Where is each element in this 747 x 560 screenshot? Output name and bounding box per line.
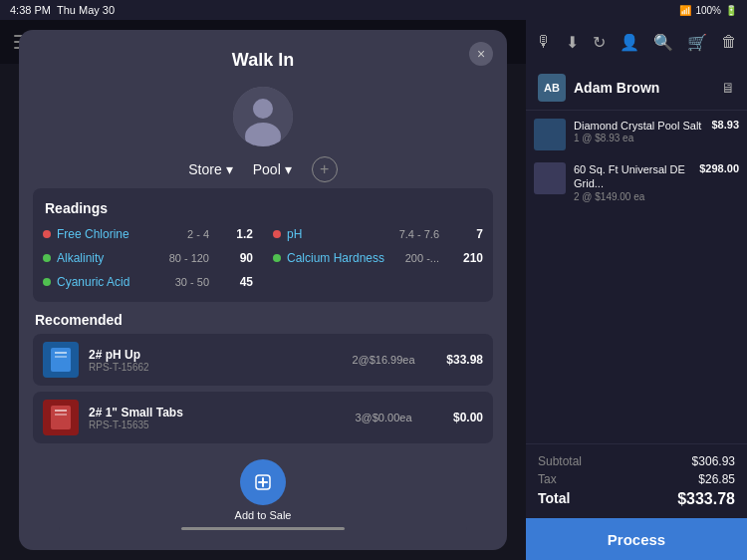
product-info-1: 2# pH Up RPS-T-15662	[89, 348, 334, 373]
reading-range-free-chlorine: 2 - 4	[187, 228, 209, 240]
status-right: 📶 100% 🔋	[679, 5, 737, 16]
tax-row: Tax $26.85	[538, 472, 735, 486]
svg-point-1	[253, 99, 273, 119]
sale-item-info-1: Diamond Crystal Pool Salt 1 @ $8.93 ea	[574, 119, 703, 143]
grand-total-row: Total $333.78	[538, 490, 735, 508]
sale-item-price-1: $8.93	[711, 119, 739, 131]
tax-label: Tax	[538, 472, 557, 486]
process-button[interactable]: Process	[526, 518, 747, 560]
product-qty-1: 2@$16.99ea	[344, 354, 423, 366]
reading-name-calcium[interactable]: Calcium Hardness	[287, 251, 399, 265]
totals-area: Subtotal $306.93 Tax $26.85 Total $333.7…	[526, 443, 747, 518]
product-qty-2: 3@$0.00ea	[344, 412, 423, 423]
reading-value-cyanuric: 45	[223, 275, 253, 289]
recommended-title: Recomended	[33, 312, 493, 328]
sale-item-price-2: $298.00	[699, 162, 739, 174]
product-image-2	[43, 400, 79, 435]
status-time: 4:38 PM Thu May 30	[10, 4, 115, 16]
subtotal-label: Subtotal	[538, 454, 582, 468]
pool-dropdown[interactable]: Pool ▾	[253, 161, 292, 177]
reading-dot-cyanuric	[43, 278, 51, 286]
product-name-1: 2# pH Up	[89, 348, 334, 362]
modal-overlay: × Walk In	[0, 20, 526, 560]
scroll-indicator	[59, 527, 467, 530]
reading-range-ph: 7.4 - 7.6	[399, 228, 439, 240]
grand-total-label: Total	[538, 490, 570, 508]
product-price-1: $33.98	[433, 353, 483, 367]
svg-rect-4	[55, 352, 67, 354]
store-dropdown[interactable]: Store ▾	[188, 161, 232, 177]
svg-rect-3	[51, 348, 71, 372]
customer-header: AB Adam Brown 🖥	[526, 64, 747, 111]
reading-value-alkalinity: 90	[223, 251, 253, 265]
reading-cyanuric: Cyanuric Acid 30 - 50 45	[33, 270, 263, 294]
refresh-icon[interactable]: ↻	[593, 33, 606, 52]
store-pool-row: Store ▾ Pool ▾ +	[19, 156, 507, 182]
reading-value-free-chlorine: 1.2	[223, 227, 253, 241]
sale-item-qty-1: 1 @ $8.93 ea	[574, 133, 703, 143]
reading-dot-red	[43, 230, 51, 238]
add-to-sale-button[interactable]	[240, 459, 286, 505]
product-sku-1: RPS-T-15662	[89, 362, 334, 373]
subtotal-row: Subtotal $306.93	[538, 454, 735, 468]
sale-items-list: Diamond Crystal Pool Salt 1 @ $8.93 ea $…	[526, 111, 747, 443]
left-panel: × Walk In	[0, 20, 526, 560]
reading-dot-ph	[273, 230, 281, 238]
reading-alkalinity: Alkalinity 80 - 120 90	[33, 246, 263, 270]
reading-dot-calcium	[273, 254, 281, 262]
subtotal-value: $306.93	[692, 454, 735, 468]
customer-name: Adam Brown	[574, 80, 713, 96]
reading-range-alkalinity: 80 - 120	[169, 252, 209, 264]
product-name-2: 2# 1" Small Tabs	[89, 406, 334, 420]
reading-range-calcium: 200 -...	[405, 252, 439, 264]
reading-value-calcium: 210	[453, 251, 483, 265]
reading-ph: pH 7.4 - 7.6 7	[263, 222, 493, 246]
add-to-sale-area: Add to Sale	[19, 459, 507, 521]
reading-name-alkalinity[interactable]: Alkalinity	[57, 251, 163, 265]
reading-name-free-chlorine[interactable]: Free Chlorine	[57, 227, 181, 241]
reading-free-chlorine: Free Chlorine 2 - 4 1.2	[33, 222, 263, 246]
user-avatar	[233, 87, 293, 146]
product-row-2[interactable]: 2# 1" Small Tabs RPS-T-15635 3@$0.00ea $…	[33, 392, 493, 443]
register-icon[interactable]: 🖥	[721, 80, 735, 96]
status-bar: 4:38 PM Thu May 30 📶 100% 🔋	[0, 0, 747, 20]
add-to-sale-label: Add to Sale	[235, 509, 292, 521]
product-image-1	[43, 342, 79, 378]
product-sku-2: RPS-T-15635	[89, 420, 334, 430]
trash-icon[interactable]: 🗑	[721, 33, 737, 51]
download-icon[interactable]: ⬇	[566, 33, 579, 52]
sale-item-name-2: 60 Sq. Ft Universal DE Grid...	[574, 162, 691, 191]
modal: × Walk In	[19, 30, 507, 550]
product-info-2: 2# 1" Small Tabs RPS-T-15635	[89, 406, 334, 430]
tax-value: $26.85	[698, 472, 735, 486]
readings-title: Readings	[33, 196, 493, 222]
svg-rect-7	[55, 410, 67, 412]
right-panel: 🎙 ⬇ ↻ 👤 🔍 🛒 🗑 AB Adam Brown 🖥 Diamond Cr…	[526, 20, 747, 560]
close-button[interactable]: ×	[469, 42, 493, 66]
sale-item-1[interactable]: Diamond Crystal Pool Salt 1 @ $8.93 ea $…	[534, 119, 739, 150]
grand-total-value: $333.78	[677, 490, 735, 508]
recommended-section: Recomended 2# pH Up RPS-T-15662 2@$16.99…	[33, 312, 493, 443]
sale-item-qty-2: 2 @ $149.00 ea	[574, 191, 691, 202]
reading-name-cyanuric[interactable]: Cyanuric Acid	[57, 275, 169, 289]
person-icon[interactable]: 👤	[620, 33, 639, 52]
reading-value-ph: 7	[453, 227, 483, 241]
product-row-1[interactable]: 2# pH Up RPS-T-15662 2@$16.99ea $33.98	[33, 334, 493, 386]
reading-dot-alkalinity	[43, 254, 51, 262]
sale-item-image-1	[534, 119, 566, 150]
right-topbar: 🎙 ⬇ ↻ 👤 🔍 🛒 🗑	[526, 20, 747, 64]
sale-item-2[interactable]: 60 Sq. Ft Universal DE Grid... 2 @ $149.…	[534, 162, 739, 202]
sale-item-info-2: 60 Sq. Ft Universal DE Grid... 2 @ $149.…	[574, 162, 691, 202]
svg-rect-8	[55, 414, 67, 416]
cart-icon[interactable]: 🛒	[687, 33, 707, 52]
readings-grid: Free Chlorine 2 - 4 1.2 pH 7.4 - 7.6 7	[33, 222, 493, 294]
product-price-2: $0.00	[433, 411, 483, 424]
reading-range-cyanuric: 30 - 50	[175, 276, 209, 288]
user-avatar-container	[19, 87, 507, 146]
mic-icon[interactable]: 🎙	[536, 33, 552, 51]
reading-name-ph[interactable]: pH	[287, 227, 393, 241]
search-icon[interactable]: 🔍	[653, 33, 673, 52]
pool-add-button[interactable]: +	[312, 156, 338, 182]
sale-item-image-2	[534, 162, 566, 194]
modal-title: Walk In	[19, 30, 507, 81]
